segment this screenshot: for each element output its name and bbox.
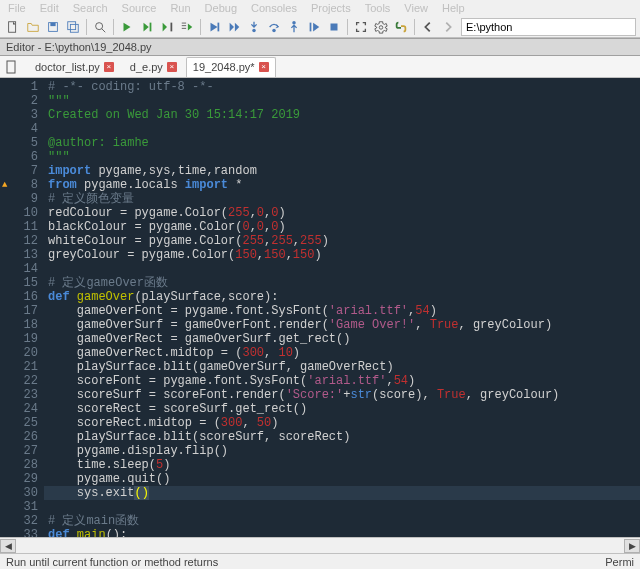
line-number-gutter: 12345678▲9101112131415161718192021222324… [0,78,44,540]
search-icon[interactable] [91,18,109,36]
menu-help[interactable]: Help [442,2,465,14]
line-number: 18 [2,318,38,332]
code-line[interactable]: import pygame,sys,time,random [44,164,640,178]
code-editor[interactable]: 12345678▲9101112131415161718192021222324… [0,78,640,540]
line-number: 17 [2,304,38,318]
open-file-icon[interactable] [24,18,42,36]
line-number: 5 [2,136,38,150]
code-line[interactable]: """ [44,150,640,164]
menu-debug[interactable]: Debug [205,2,237,14]
scroll-left-icon[interactable]: ◀ [0,539,16,553]
code-line[interactable]: sys.exit() [44,486,640,500]
code-line[interactable]: gameOverRect = gameOverSurf.get_rect() [44,332,640,346]
menu-source[interactable]: Source [122,2,157,14]
code-line[interactable]: def gameOver(playSurface,score): [44,290,640,304]
run-icon[interactable] [118,18,136,36]
run-selection-icon[interactable] [178,18,196,36]
code-line[interactable]: # -*- coding: utf-8 -*- [44,80,640,94]
svg-rect-10 [182,25,186,26]
back-icon[interactable] [419,18,437,36]
code-line[interactable]: playSurface.blit(gameOverSurf, gameOverR… [44,360,640,374]
code-line[interactable]: # 定义颜色变量 [44,192,640,206]
tab-doctor-list-py[interactable]: doctor_list.py× [28,57,121,77]
line-number: 22 [2,374,38,388]
toolbar-separator [86,19,87,35]
run-cell-advance-icon[interactable] [158,18,176,36]
code-line[interactable]: scoreRect.midtop = (300, 50) [44,416,640,430]
code-line[interactable]: scoreSurf = scoreFont.render('Score:'+st… [44,388,640,402]
code-line[interactable]: # 定义gameOver函数 [44,276,640,290]
code-line[interactable]: scoreRect = scoreSurf.get_rect() [44,402,640,416]
code-line[interactable]: """ [44,94,640,108]
preferences-icon[interactable] [372,18,390,36]
code-line[interactable]: Created on Wed Jan 30 15:14:17 2019 [44,108,640,122]
step-into-icon[interactable] [245,18,263,36]
code-line[interactable] [44,500,640,514]
menu-run[interactable]: Run [170,2,190,14]
code-line[interactable]: gameOverRect.midtop = (300, 10) [44,346,640,360]
code-line[interactable]: gameOverSurf = gameOverFont.render('Game… [44,318,640,332]
scroll-right-icon[interactable]: ▶ [624,539,640,553]
continue-icon[interactable] [305,18,323,36]
tab-d-e-py[interactable]: d_e.py× [123,57,184,77]
toolbar-separator [414,19,415,35]
code-line[interactable]: blackColour = pygame.Color(0,0,0) [44,220,640,234]
code-line[interactable]: scoreFont = pygame.font.SysFont('arial.t… [44,374,640,388]
close-icon[interactable]: × [167,62,177,72]
code-line[interactable]: gameOverFont = pygame.font.SysFont('aria… [44,304,640,318]
save-icon[interactable] [44,18,62,36]
line-number: 32 [2,514,38,528]
pythonpath-icon[interactable] [392,18,410,36]
run-cell-icon[interactable] [138,18,156,36]
line-number: 1 [2,80,38,94]
code-line[interactable]: redColour = pygame.Color(255,0,0) [44,206,640,220]
menu-search[interactable]: Search [73,2,108,14]
svg-line-6 [102,28,106,32]
code-line[interactable]: time.sleep(5) [44,458,640,472]
working-directory-input[interactable] [461,18,636,36]
close-icon[interactable]: × [104,62,114,72]
menu-consoles[interactable]: Consoles [251,2,297,14]
code-line[interactable] [44,262,640,276]
code-line[interactable]: from pygame.locals import * [44,178,640,192]
svg-rect-7 [150,22,152,31]
warning-icon[interactable]: ▲ [2,178,7,192]
forward-icon[interactable] [439,18,457,36]
code-line[interactable]: whiteColour = pygame.Color(255,255,255) [44,234,640,248]
debug-icon[interactable] [205,18,223,36]
menu-tools[interactable]: Tools [365,2,391,14]
status-right: Permi [605,556,634,568]
toolbar-separator [113,19,114,35]
code-line[interactable] [44,122,640,136]
horizontal-scrollbar[interactable]: ◀ ▶ [0,537,640,553]
svg-point-14 [272,28,276,32]
menu-file[interactable]: File [8,2,26,14]
code-area[interactable]: # -*- coding: utf-8 -*-"""Created on Wed… [44,78,640,540]
code-line[interactable]: @author: iamhe [44,136,640,150]
menu-projects[interactable]: Projects [311,2,351,14]
code-line[interactable]: playSurface.blit(scoreSurf, scoreRect) [44,430,640,444]
menu-edit[interactable]: Edit [40,2,59,14]
code-line[interactable]: # 定义main函数 [44,514,640,528]
svg-rect-16 [310,22,312,31]
stop-icon[interactable] [325,18,343,36]
line-number: 27 [2,444,38,458]
code-line[interactable]: pygame.quit() [44,472,640,486]
menu-view[interactable]: View [404,2,428,14]
step-out-icon[interactable] [285,18,303,36]
line-number: 24 [2,402,38,416]
debug-step-icon[interactable] [225,18,243,36]
working-directory-field[interactable] [461,18,636,36]
code-line[interactable]: pygame.display.flip() [44,444,640,458]
save-all-icon[interactable] [64,18,82,36]
svg-rect-3 [68,21,76,29]
statusbar: Run until current function or method ret… [0,553,640,569]
new-file-icon[interactable] [4,18,22,36]
code-line[interactable]: greyColour = pygame.Color(150,150,150) [44,248,640,262]
maximize-icon[interactable] [352,18,370,36]
scroll-track[interactable] [16,539,624,553]
tab-19-2048-py-[interactable]: 19_2048.py*× [186,57,276,77]
close-icon[interactable]: × [259,62,269,72]
file-browser-icon[interactable] [4,59,20,75]
step-over-icon[interactable] [265,18,283,36]
